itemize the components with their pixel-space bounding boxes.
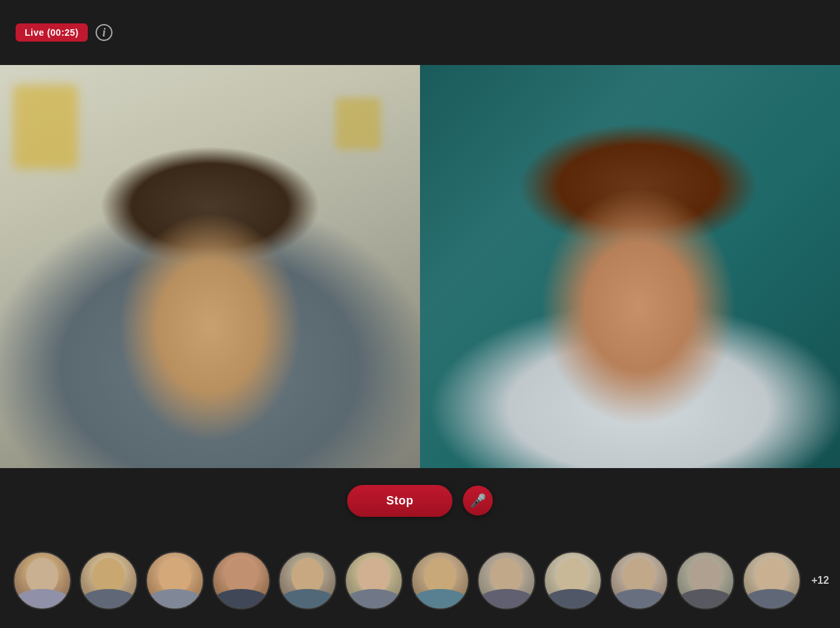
video-right bbox=[420, 65, 840, 468]
avatar-face bbox=[479, 553, 534, 608]
video-left-content bbox=[0, 65, 420, 468]
avatar-body bbox=[746, 589, 798, 608]
avatar-face bbox=[677, 553, 733, 608]
avatar-body bbox=[547, 589, 599, 608]
avatar-face bbox=[280, 553, 335, 608]
avatar-body bbox=[16, 589, 68, 608]
video-right-content bbox=[420, 65, 840, 468]
mic-icon: 🎤 bbox=[470, 493, 486, 508]
stop-button[interactable]: Stop bbox=[347, 485, 453, 517]
video-left bbox=[0, 65, 420, 468]
live-badge: Live (00:25) bbox=[16, 23, 88, 42]
participant-avatar[interactable] bbox=[278, 551, 337, 610]
avatar-body bbox=[215, 589, 267, 608]
avatar-face bbox=[611, 553, 667, 608]
participant-avatar[interactable] bbox=[146, 551, 204, 610]
avatar-body bbox=[282, 589, 334, 608]
avatar-face bbox=[213, 553, 269, 608]
participants-bar: +12 bbox=[0, 533, 840, 628]
info-icon[interactable]: i bbox=[96, 24, 112, 41]
controls-bar: Stop 🎤 bbox=[0, 468, 840, 533]
top-bar: Live (00:25) i bbox=[0, 0, 840, 65]
participant-avatar[interactable] bbox=[742, 551, 801, 610]
avatar-body bbox=[348, 589, 400, 608]
video-area bbox=[0, 65, 840, 468]
avatar-face bbox=[744, 553, 800, 608]
avatar-body bbox=[613, 589, 665, 608]
avatar-face bbox=[147, 553, 203, 608]
avatar-body bbox=[679, 589, 731, 608]
avatar-face bbox=[346, 553, 402, 608]
participant-avatar[interactable] bbox=[13, 551, 72, 610]
mic-button[interactable]: 🎤 bbox=[463, 486, 493, 516]
avatar-body bbox=[414, 589, 466, 608]
participant-avatar[interactable] bbox=[411, 551, 469, 610]
avatar-body bbox=[480, 589, 532, 608]
participant-avatar[interactable] bbox=[79, 551, 138, 610]
avatar-body bbox=[149, 589, 201, 608]
avatar-face bbox=[545, 553, 601, 608]
participant-avatar[interactable] bbox=[544, 551, 602, 610]
avatar-face bbox=[412, 553, 468, 608]
participant-avatar[interactable] bbox=[212, 551, 270, 610]
avatar-body bbox=[83, 589, 135, 608]
participant-avatar[interactable] bbox=[345, 551, 403, 610]
more-participants-badge: +12 bbox=[809, 575, 829, 586]
avatar-face bbox=[14, 553, 70, 608]
participant-avatar[interactable] bbox=[477, 551, 536, 610]
participant-avatar[interactable] bbox=[610, 551, 668, 610]
avatar-face bbox=[81, 553, 137, 608]
participant-avatar[interactable] bbox=[676, 551, 735, 610]
